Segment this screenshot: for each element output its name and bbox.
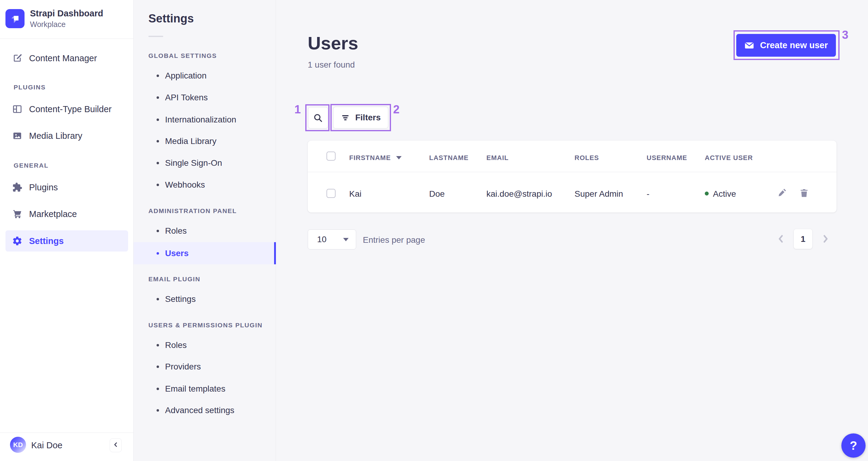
- annotation-label-3: 3: [842, 28, 848, 41]
- search-icon: [313, 112, 323, 123]
- bullet-icon: [157, 230, 159, 232]
- bullet-icon: [157, 252, 159, 255]
- subnav-item-providers[interactable]: Providers: [133, 356, 276, 378]
- user-name: Kai Doe: [31, 440, 62, 451]
- bullet-icon: [157, 366, 159, 368]
- subnav-section-email-plugin: EMAIL PLUGIN: [148, 276, 200, 283]
- cell-email: kai.doe@strapi.io: [486, 189, 552, 199]
- workspace-name: Workplace: [30, 20, 103, 29]
- column-header-firstname[interactable]: FIRSTNAME: [349, 154, 391, 162]
- sidebar-item-label: Media Library: [29, 131, 82, 141]
- page-size-select[interactable]: 10: [308, 229, 356, 250]
- bullet-icon: [157, 162, 159, 164]
- annotation-label-1: 1: [294, 103, 301, 116]
- filters-label: Filters: [355, 113, 381, 122]
- cell-username: -: [647, 189, 649, 199]
- subnav-item-email-templates[interactable]: Email templates: [133, 378, 276, 400]
- subnav-item-webhooks[interactable]: Webhooks: [133, 174, 276, 196]
- sidebar-item-content-type-builder[interactable]: Content-Type Builder: [0, 98, 133, 120]
- sidebar-item-label: Content Manager: [29, 53, 97, 63]
- filters-button[interactable]: Filters: [333, 107, 388, 128]
- users-table: FIRSTNAME LASTNAME EMAIL ROLES USERNAME …: [308, 141, 837, 212]
- subnav-item-users[interactable]: Users: [133, 242, 276, 264]
- subnav-title-rule: [148, 36, 163, 37]
- column-header-lastname[interactable]: LASTNAME: [429, 154, 468, 162]
- sidebar-item-label: Content-Type Builder: [29, 104, 112, 114]
- sidebar-item-label: Settings: [29, 236, 64, 246]
- sidebar-divider: [0, 38, 133, 39]
- subnav-item-email-settings[interactable]: Settings: [133, 288, 276, 310]
- entries-per-page-label: Entries per page: [363, 235, 425, 245]
- column-header-username[interactable]: USERNAME: [647, 154, 687, 162]
- chevron-left-icon: [112, 441, 120, 450]
- row-checkbox[interactable]: [327, 189, 336, 198]
- subnav-title: Settings: [148, 12, 194, 25]
- user-avatar[interactable]: KD: [10, 437, 26, 453]
- envelope-icon: [744, 40, 754, 51]
- bullet-icon: [157, 298, 159, 300]
- sidebar-item-marketplace[interactable]: Marketplace: [0, 203, 133, 225]
- settings-subnav: Settings GLOBAL SETTINGS Application API…: [133, 0, 276, 461]
- subnav-section-global-settings: GLOBAL SETTINGS: [148, 52, 217, 59]
- subnav-item-application[interactable]: Application: [133, 65, 276, 87]
- search-button[interactable]: [308, 107, 328, 128]
- bullet-icon: [157, 388, 159, 390]
- media-library-icon: [12, 131, 23, 141]
- sidebar-item-plugins[interactable]: Plugins: [0, 176, 133, 198]
- sidebar-section-plugins: PLUGINS: [13, 84, 46, 91]
- workspace-brand[interactable]: Strapi Dashboard Workplace: [5, 8, 103, 29]
- create-new-user-button[interactable]: Create new user: [736, 34, 836, 57]
- select-all-checkbox[interactable]: [327, 151, 336, 161]
- bullet-icon: [157, 344, 159, 346]
- content-type-builder-icon: [12, 104, 23, 114]
- sidebar-item-label: Plugins: [29, 182, 58, 193]
- strapi-logo-icon: [5, 9, 25, 28]
- next-page-button[interactable]: [819, 233, 832, 245]
- bullet-icon: [157, 96, 159, 99]
- subnav-item-single-sign-on[interactable]: Single Sign-On: [133, 152, 276, 174]
- puzzle-icon: [12, 182, 23, 193]
- main-sidebar: Strapi Dashboard Workplace Content Manag…: [0, 0, 133, 461]
- subnav-item-roles-admin[interactable]: Roles: [133, 220, 276, 242]
- bullet-icon: [157, 75, 159, 77]
- page-title: Users: [308, 33, 358, 54]
- sort-caret-icon[interactable]: [396, 156, 402, 160]
- page-number-button[interactable]: 1: [794, 229, 812, 249]
- brand-name: Strapi Dashboard: [30, 8, 103, 19]
- column-header-roles[interactable]: ROLES: [575, 154, 599, 162]
- column-header-email[interactable]: EMAIL: [486, 154, 508, 162]
- bullet-icon: [157, 409, 159, 412]
- subnav-item-internationalization[interactable]: Internationalization: [133, 109, 276, 131]
- help-button[interactable]: ?: [841, 433, 866, 458]
- previous-page-button[interactable]: [775, 233, 787, 245]
- subnav-section-administration-panel: ADMINISTRATION PANEL: [148, 207, 237, 214]
- gear-icon: [12, 236, 23, 246]
- sidebar-item-label: Marketplace: [29, 209, 77, 219]
- sidebar-section-general: GENERAL: [13, 162, 49, 169]
- subnav-item-roles-up[interactable]: Roles: [133, 334, 276, 356]
- chevron-down-icon: [343, 238, 349, 241]
- sidebar-item-settings[interactable]: Settings: [0, 230, 133, 252]
- annotation-label-2: 2: [393, 103, 400, 116]
- cell-firstname: Kai: [349, 189, 361, 199]
- cell-active-status: Active: [713, 189, 736, 199]
- subnav-item-api-tokens[interactable]: API Tokens: [133, 87, 276, 109]
- subnav-item-media-library[interactable]: Media Library: [133, 130, 276, 152]
- bullet-icon: [157, 140, 159, 142]
- subnav-item-advanced-settings[interactable]: Advanced settings: [133, 400, 276, 421]
- page-size-value: 10: [317, 235, 327, 244]
- sidebar-item-media-library[interactable]: Media Library: [0, 125, 133, 147]
- active-status-dot: [705, 192, 709, 196]
- sidebar-item-content-manager[interactable]: Content Manager: [0, 47, 133, 69]
- bullet-icon: [157, 118, 159, 121]
- edit-icon[interactable]: [777, 188, 787, 198]
- collapse-sidebar-button[interactable]: [110, 438, 122, 452]
- subnav-section-users-permissions-plugin: USERS & PERMISSIONS PLUGIN: [148, 322, 262, 329]
- create-new-user-label: Create new user: [760, 40, 828, 50]
- cell-roles: Super Admin: [575, 189, 623, 199]
- column-header-active-user[interactable]: ACTIVE USER: [705, 154, 753, 162]
- cell-lastname: Doe: [429, 189, 444, 199]
- delete-icon[interactable]: [799, 188, 809, 198]
- cart-icon: [12, 209, 23, 219]
- content-manager-icon: [12, 53, 23, 63]
